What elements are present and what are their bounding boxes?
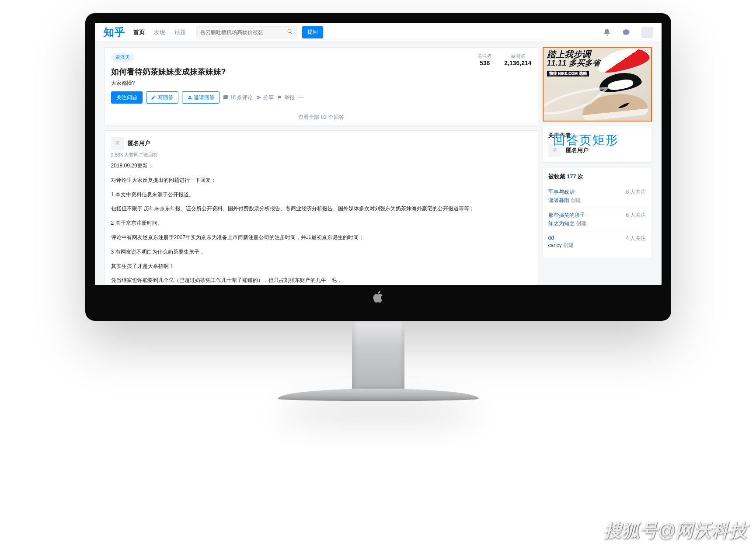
collections-card: 被收藏 177 次 军事与政治潇潇暮雨 创建8 人关注那些搞笑的段子知之为知之 …: [543, 167, 652, 258]
answer-paragraph: 凭当继室也许能要到几个亿（已超过奶茶凭工作几十辈子能赚的），但只占刘强东财产的九…: [111, 275, 532, 285]
ask-button[interactable]: 提问: [302, 26, 323, 38]
apple-logo-icon: [373, 291, 383, 305]
comments-link[interactable]: 16 条评论: [223, 94, 253, 101]
zhihu-logo[interactable]: 知乎: [104, 25, 125, 39]
page-body: 章泽天 如何看待奶茶妹妹变成抹茶妹妹? 大家都懂? 关注问题 写回答: [95, 42, 662, 285]
followers-stat: 关注者 538: [477, 53, 492, 104]
view-all-answers[interactable]: 查看全部 82 个回答: [105, 109, 538, 126]
watermark-text: 搜狐号@网沃科技: [604, 518, 747, 543]
views-label: 被浏览: [504, 53, 531, 59]
search-wrap: 提问: [196, 26, 323, 38]
zhihu-app: 知乎 首页 发现 话题 提问: [95, 23, 662, 285]
answer-vote-count: 2,563 人赞同了该回答: [111, 152, 532, 158]
collection-title[interactable]: dd: [548, 235, 574, 241]
collections-count: 177: [567, 173, 576, 180]
question-card: 章泽天 如何看待奶茶妹妹变成抹茶妹妹? 大家都懂? 关注问题 写回答: [105, 47, 538, 109]
answer-author-name[interactable]: 匿名用户: [128, 139, 150, 147]
collection-item: 军事与政治潇潇暮雨 创建8 人关注: [548, 185, 646, 208]
answer-paragraph: 其实生孩子才是大杀招啊！: [111, 261, 532, 271]
question-title: 如何看待奶茶妹妹变成抹茶妹妹?: [111, 66, 478, 77]
answer-author-row: 匿 匿名用户: [111, 137, 532, 150]
collections-heading-prefix: 被收藏: [548, 173, 567, 180]
nav-discover[interactable]: 发现: [154, 29, 165, 35]
followers-value: 538: [477, 59, 492, 66]
answer-author-avatar[interactable]: 匿: [111, 137, 124, 150]
user-avatar[interactable]: [641, 27, 653, 38]
views-stat: 被浏览 2,136,214: [504, 53, 531, 104]
monitor-bezel: 知乎 首页 发现 话题 提问: [85, 13, 671, 321]
side-column: 广告ⓧ 踏上我步调 11.11 多买多省 前往 NIKE.COM 选购: [543, 47, 652, 285]
answer-paragraph: 评论中有网友述京东注册于2007年实为京东为准备上市而新注册公司的注册时间，并非…: [111, 233, 532, 243]
invite-answer-label: 邀请回答: [194, 94, 215, 101]
search-input[interactable]: [200, 29, 287, 35]
answer-paragraph: 对评论里大家反复提出的问题进行一下回复：: [111, 175, 532, 185]
creator-link[interactable]: 潇潇暮雨: [548, 197, 569, 203]
answer-paragraph: 1 本文中资料信息来源于公开报道。: [111, 190, 532, 200]
creator-link[interactable]: 知之为知之: [548, 220, 575, 226]
monitor-mockup: 知乎 首页 发现 话题 提问: [85, 13, 671, 401]
shoe-icon: [595, 47, 651, 76]
search-icon[interactable]: [287, 28, 293, 36]
collections-heading-suffix: 次: [576, 173, 584, 180]
report-link[interactable]: 举报: [277, 94, 295, 101]
answer-card: 匿 匿名用户 2,563 人赞同了该回答 2018.09.29更新：对评论里大家…: [105, 130, 538, 285]
share-label: 分享: [263, 94, 274, 101]
more-link[interactable]: ⋯: [298, 94, 303, 101]
question-stats: 关注者 538 被浏览 2,136,214: [477, 53, 531, 104]
report-label: 举报: [284, 94, 295, 101]
follow-question-button[interactable]: 关注问题: [111, 91, 143, 104]
monitor-chin: [95, 284, 662, 311]
nav-home[interactable]: 首页: [133, 29, 145, 35]
nike-swoosh-icon: [543, 86, 609, 116]
header-right: [603, 27, 653, 38]
followers-label: 关注者: [477, 53, 492, 59]
ad-line2: 11.11 多买多省: [547, 59, 600, 67]
collection-creator: 潇潇暮雨 创建: [548, 197, 581, 204]
collection-item: 那些搞笑的段子知之为知之 创建6 人关注: [548, 208, 646, 231]
monitor-stand-foot: [278, 389, 479, 401]
creator-link[interactable]: cancy: [548, 242, 562, 248]
topic-tag[interactable]: 章泽天: [111, 53, 134, 62]
ad-line3: 前往 NIKE.COM 选购: [547, 71, 589, 77]
invite-answer-button[interactable]: 邀请回答: [182, 91, 219, 104]
anon-avatar-glyph: 匿: [115, 140, 120, 146]
ad-text: 踏上我步调 11.11 多买多省 前往 NIKE.COM 选购: [547, 50, 600, 77]
collection-title[interactable]: 军事与政治: [548, 188, 581, 196]
comments-label: 16 条评论: [230, 94, 253, 101]
share-link[interactable]: 分享: [256, 94, 274, 101]
collection-item: ddcancy 创建4 人关注: [548, 231, 646, 253]
collection-creator: cancy 创建: [548, 242, 574, 249]
monitor-stand-neck: [352, 321, 404, 389]
collection-creator: 知之为知之 创建: [548, 220, 586, 227]
answer-paragraph: 包括但不限于 历年来京东年报、证交所公开资料、国外付费股票分析报告、各商业经济分…: [111, 204, 532, 214]
ad-line1: 踏上我步调: [547, 50, 600, 59]
write-answer-label: 写回答: [158, 94, 174, 101]
app-header: 知乎 首页 发现 话题 提问: [95, 23, 662, 42]
monitor-screen: 知乎 首页 发现 话题 提问: [95, 23, 662, 285]
bell-icon[interactable]: [603, 28, 611, 36]
write-answer-button[interactable]: 写回答: [146, 91, 178, 104]
answer-paragraph: 2 关于京东注册时间。: [111, 218, 532, 228]
collections-heading: 被收藏 177 次: [548, 173, 646, 181]
collection-followers: 6 人关注: [626, 212, 646, 219]
collection-followers: 4 人关注: [626, 235, 646, 242]
ad-slot-rectangle[interactable]: 广告ⓧ 踏上我步调 11.11 多买多省 前往 NIKE.COM 选购: [543, 47, 652, 122]
question-actions: 关注问题 写回答 邀请回答: [111, 91, 478, 104]
collection-followers: 8 人关注: [626, 188, 646, 196]
callout-label: 回答页矩形: [553, 132, 619, 149]
answer-body: 2018.09.29更新：对评论里大家反复提出的问题进行一下回复：1 本文中资料…: [111, 161, 532, 285]
search-box[interactable]: [196, 26, 297, 38]
answer-paragraph: 2018.09.29更新：: [111, 161, 532, 171]
question-subtitle: 大家都懂?: [111, 80, 478, 87]
views-value: 2,136,214: [504, 59, 531, 66]
header-nav: 首页 发现 话题: [133, 28, 194, 36]
main-column: 章泽天 如何看待奶茶妹妹变成抹茶妹妹? 大家都懂? 关注问题 写回答: [105, 47, 538, 285]
answer-paragraph: 3 有网友说不明白为什么奶茶要生孩子，: [111, 247, 532, 257]
collection-title[interactable]: 那些搞笑的段子: [548, 212, 586, 219]
nav-topic[interactable]: 话题: [174, 29, 186, 35]
collections-list: 军事与政治潇潇暮雨 创建8 人关注那些搞笑的段子知之为知之 创建6 人关注ddc…: [548, 185, 646, 253]
message-icon[interactable]: [622, 28, 630, 36]
